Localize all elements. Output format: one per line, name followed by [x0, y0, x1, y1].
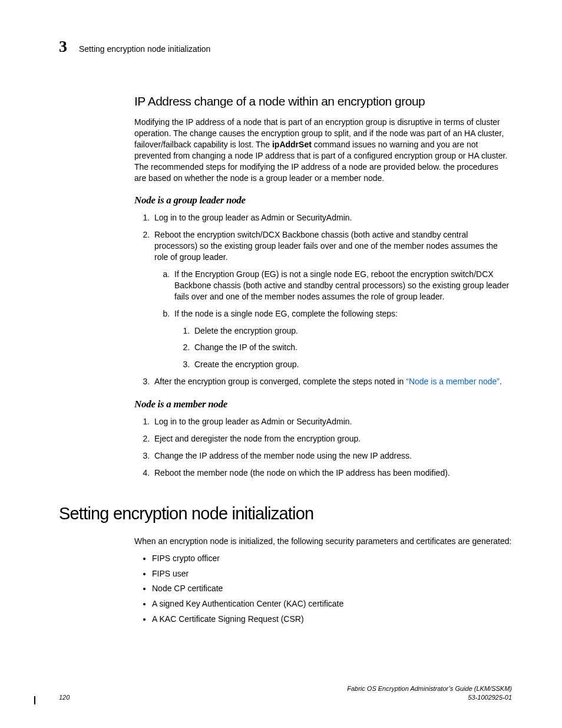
- change-bar-icon: [34, 696, 35, 704]
- step-text: Change the IP address of the member node…: [154, 451, 412, 460]
- step-text: After the encryption group is converged,…: [154, 377, 406, 386]
- bullet-text: FIPS crypto officer: [152, 554, 220, 563]
- bullet-text: A KAC Certificate Signing Request (CSR): [152, 614, 304, 624]
- step-text: Eject and deregister the node from the e…: [154, 434, 361, 443]
- footer-doc-number: 53-1002925-01: [347, 693, 512, 702]
- running-header-text: Setting encryption node initialization: [79, 44, 210, 55]
- list-item: Change the IP address of the member node…: [152, 450, 512, 462]
- list-item: Log in to the group leader as Admin or S…: [152, 416, 512, 427]
- step-text: If the Encryption Group (EG) is not a si…: [174, 269, 509, 301]
- subheading-member-node: Node is a member node: [134, 398, 512, 411]
- step-text: If the node is a single node EG, complet…: [174, 309, 398, 318]
- list-item: A signed Key Authentication Center (KAC)…: [152, 598, 512, 610]
- section2-intro: When an encryption node is initialized, …: [134, 536, 512, 547]
- step-text: Reboot the encryption switch/DCX Backbon…: [154, 230, 498, 262]
- main-content: IP Address change of a node within an en…: [134, 93, 512, 479]
- subheading-group-leader: Node is a group leader node: [134, 194, 512, 207]
- page-footer: 120 Fabric OS Encryption Administrator’s…: [59, 684, 512, 702]
- list-item: Node CP certificate: [152, 583, 512, 594]
- page-number: 120: [59, 693, 70, 702]
- step-text: Delete the encryption group.: [194, 326, 298, 335]
- step-text: Change the IP of the switch.: [194, 342, 297, 352]
- bullet-text: Node CP certificate: [152, 584, 223, 593]
- bullet-text: FIPS user: [152, 569, 189, 578]
- list-item: Reboot the member node (the node on whic…: [152, 467, 512, 479]
- procedure-group-leader: Log in to the group leader as Admin or S…: [134, 212, 512, 387]
- page-header: 3 Setting encryption node initialization: [59, 35, 512, 58]
- list-item: Delete the encryption group.: [192, 325, 512, 337]
- footer-doc-title: Fabric OS Encryption Administrator’s Gui…: [347, 684, 512, 693]
- command-name: ipAddrSet: [272, 140, 312, 149]
- cross-reference-link[interactable]: “Node is a member node”: [406, 377, 500, 386]
- bullet-list: FIPS crypto officer FIPS user Node CP ce…: [134, 553, 512, 625]
- procedure-member-node: Log in to the group leader as Admin or S…: [134, 416, 512, 479]
- list-item: Create the encryption group.: [192, 359, 512, 370]
- step-text: Create the encryption group.: [194, 360, 299, 369]
- list-item: If the Encryption Group (EG) is not a si…: [172, 269, 512, 302]
- list-item: Change the IP of the switch.: [192, 342, 512, 353]
- section-heading-node-init: Setting encryption node initialization: [59, 502, 512, 525]
- substeps-alpha: If the Encryption Group (EG) is not a si…: [154, 269, 512, 370]
- footer-doc-info: Fabric OS Encryption Administrator’s Gui…: [347, 684, 512, 702]
- chapter-number: 3: [59, 35, 79, 58]
- list-item: After the encryption group is converged,…: [152, 376, 512, 387]
- list-item: Log in to the group leader as Admin or S…: [152, 212, 512, 223]
- section-heading-ip-change: IP Address change of a node within an en…: [134, 93, 512, 110]
- list-item: If the node is a single node EG, complet…: [172, 308, 512, 371]
- step-text: Log in to the group leader as Admin or S…: [154, 417, 352, 426]
- step-text-tail: .: [500, 377, 502, 386]
- step-text: Log in to the group leader as Admin or S…: [154, 213, 352, 222]
- list-item: Reboot the encryption switch/DCX Backbon…: [152, 229, 512, 370]
- bullet-text: A signed Key Authentication Center (KAC)…: [152, 599, 343, 608]
- list-item: FIPS user: [152, 568, 512, 579]
- list-item: A KAC Certificate Signing Request (CSR): [152, 614, 512, 625]
- intro-paragraph: Modifying the IP address of a node that …: [134, 117, 512, 183]
- section2-content: When an encryption node is initialized, …: [134, 536, 512, 625]
- list-item: Eject and deregister the node from the e…: [152, 433, 512, 444]
- step-text: Reboot the member node (the node on whic…: [154, 468, 450, 477]
- substeps-numeric: Delete the encryption group. Change the …: [174, 325, 512, 371]
- list-item: FIPS crypto officer: [152, 553, 512, 564]
